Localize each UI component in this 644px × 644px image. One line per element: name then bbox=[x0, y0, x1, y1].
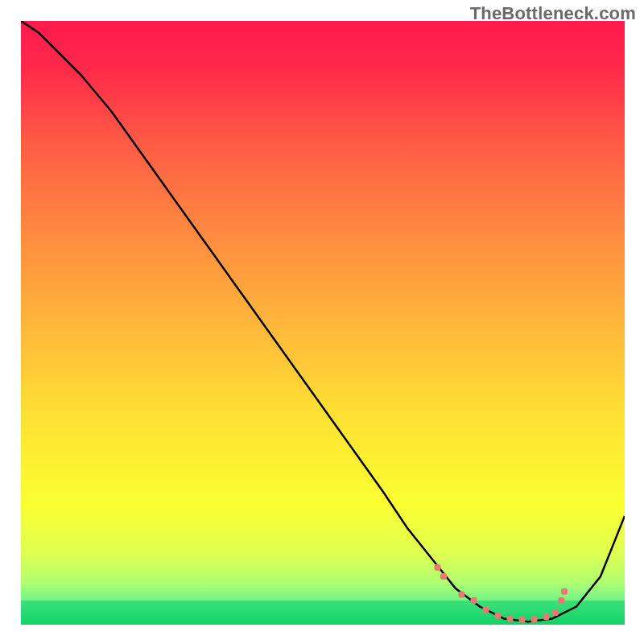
optimal-marker bbox=[543, 613, 550, 620]
optimal-marker bbox=[561, 588, 568, 595]
optimal-marker bbox=[435, 564, 441, 571]
optimal-marker bbox=[507, 616, 514, 622]
watermark-text: TheBottleneck.com bbox=[470, 3, 636, 24]
chart-svg bbox=[21, 21, 625, 625]
plot-area bbox=[21, 21, 625, 625]
optimal-marker bbox=[495, 613, 502, 619]
chart-container: TheBottleneck.com bbox=[0, 0, 644, 644]
optimal-marker bbox=[531, 616, 538, 622]
optimal-marker bbox=[519, 617, 526, 623]
optimal-marker bbox=[552, 609, 559, 616]
optimal-marker bbox=[459, 592, 465, 598]
optimal-marker bbox=[483, 606, 489, 613]
optimal-marker bbox=[558, 597, 564, 604]
optimal-marker bbox=[440, 573, 447, 580]
optimal-marker bbox=[471, 597, 477, 604]
